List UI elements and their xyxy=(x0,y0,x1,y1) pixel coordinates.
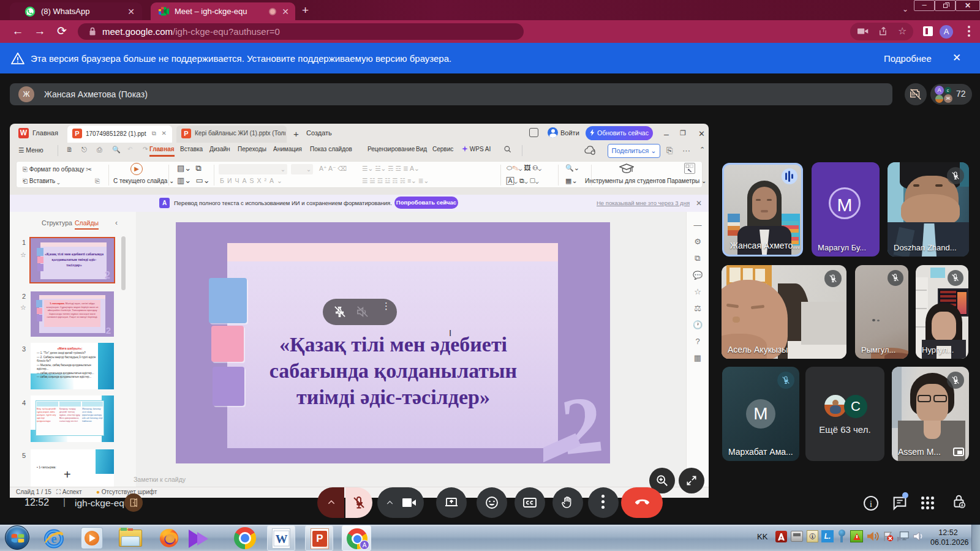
svg-text:W: W xyxy=(276,532,288,545)
